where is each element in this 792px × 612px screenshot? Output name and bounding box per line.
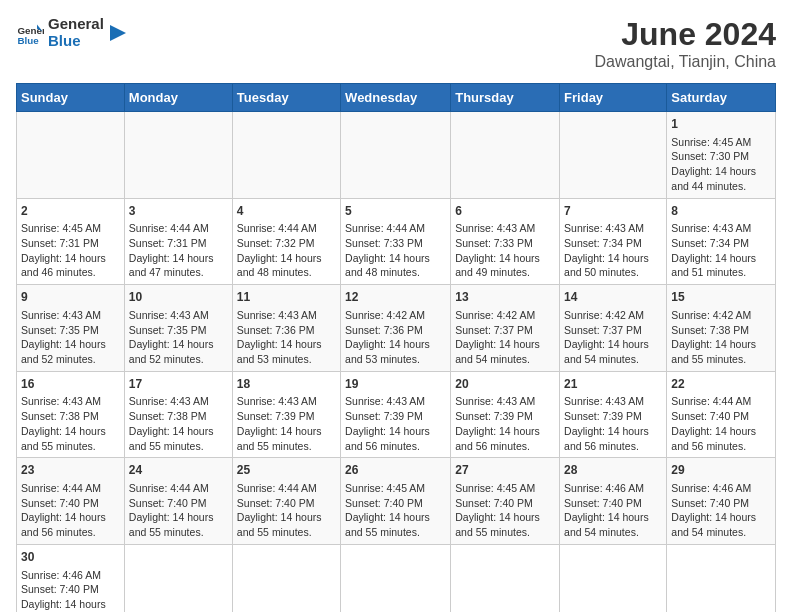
day-cell <box>124 544 232 612</box>
day-cell: 21Sunrise: 4:43 AM Sunset: 7:39 PM Dayli… <box>560 371 667 458</box>
day-info: Sunrise: 4:45 AM Sunset: 7:40 PM Dayligh… <box>345 481 446 540</box>
day-cell: 12Sunrise: 4:42 AM Sunset: 7:36 PM Dayli… <box>341 285 451 372</box>
day-cell: 13Sunrise: 4:42 AM Sunset: 7:37 PM Dayli… <box>451 285 560 372</box>
day-cell <box>560 544 667 612</box>
day-info: Sunrise: 4:43 AM Sunset: 7:34 PM Dayligh… <box>564 221 662 280</box>
day-number: 9 <box>21 289 120 306</box>
day-number: 26 <box>345 462 446 479</box>
day-cell <box>451 544 560 612</box>
day-info: Sunrise: 4:43 AM Sunset: 7:34 PM Dayligh… <box>671 221 771 280</box>
day-number: 1 <box>671 116 771 133</box>
day-info: Sunrise: 4:43 AM Sunset: 7:39 PM Dayligh… <box>455 394 555 453</box>
day-number: 14 <box>564 289 662 306</box>
day-info: Sunrise: 4:43 AM Sunset: 7:35 PM Dayligh… <box>21 308 120 367</box>
week-row-4: 16Sunrise: 4:43 AM Sunset: 7:38 PM Dayli… <box>17 371 776 458</box>
day-number: 7 <box>564 203 662 220</box>
col-header-saturday: Saturday <box>667 84 776 112</box>
day-cell: 29Sunrise: 4:46 AM Sunset: 7:40 PM Dayli… <box>667 458 776 545</box>
day-info: Sunrise: 4:46 AM Sunset: 7:40 PM Dayligh… <box>671 481 771 540</box>
day-number: 23 <box>21 462 120 479</box>
day-cell: 16Sunrise: 4:43 AM Sunset: 7:38 PM Dayli… <box>17 371 125 458</box>
day-info: Sunrise: 4:45 AM Sunset: 7:40 PM Dayligh… <box>455 481 555 540</box>
day-number: 24 <box>129 462 228 479</box>
day-number: 20 <box>455 376 555 393</box>
svg-marker-3 <box>110 25 126 41</box>
day-info: Sunrise: 4:44 AM Sunset: 7:40 PM Dayligh… <box>671 394 771 453</box>
calendar-table: SundayMondayTuesdayWednesdayThursdayFrid… <box>16 83 776 612</box>
day-cell <box>124 112 232 199</box>
day-info: Sunrise: 4:43 AM Sunset: 7:39 PM Dayligh… <box>345 394 446 453</box>
day-info: Sunrise: 4:43 AM Sunset: 7:33 PM Dayligh… <box>455 221 555 280</box>
day-info: Sunrise: 4:45 AM Sunset: 7:31 PM Dayligh… <box>21 221 120 280</box>
day-info: Sunrise: 4:46 AM Sunset: 7:40 PM Dayligh… <box>21 568 120 612</box>
day-number: 25 <box>237 462 336 479</box>
header-row: SundayMondayTuesdayWednesdayThursdayFrid… <box>17 84 776 112</box>
day-number: 17 <box>129 376 228 393</box>
day-number: 15 <box>671 289 771 306</box>
logo-icon: General Blue <box>16 19 44 47</box>
day-cell: 1Sunrise: 4:45 AM Sunset: 7:30 PM Daylig… <box>667 112 776 199</box>
logo-general: General <box>48 16 104 33</box>
day-cell: 3Sunrise: 4:44 AM Sunset: 7:31 PM Daylig… <box>124 198 232 285</box>
day-number: 29 <box>671 462 771 479</box>
day-cell: 26Sunrise: 4:45 AM Sunset: 7:40 PM Dayli… <box>341 458 451 545</box>
day-cell <box>667 544 776 612</box>
svg-text:Blue: Blue <box>17 35 39 46</box>
day-cell <box>232 112 340 199</box>
day-number: 16 <box>21 376 120 393</box>
day-info: Sunrise: 4:44 AM Sunset: 7:40 PM Dayligh… <box>21 481 120 540</box>
day-cell: 4Sunrise: 4:44 AM Sunset: 7:32 PM Daylig… <box>232 198 340 285</box>
day-cell: 30Sunrise: 4:46 AM Sunset: 7:40 PM Dayli… <box>17 544 125 612</box>
logo: General Blue General Blue <box>16 16 128 49</box>
col-header-friday: Friday <box>560 84 667 112</box>
day-info: Sunrise: 4:43 AM Sunset: 7:39 PM Dayligh… <box>237 394 336 453</box>
day-cell: 18Sunrise: 4:43 AM Sunset: 7:39 PM Dayli… <box>232 371 340 458</box>
day-number: 4 <box>237 203 336 220</box>
day-number: 30 <box>21 549 120 566</box>
day-cell <box>17 112 125 199</box>
day-info: Sunrise: 4:46 AM Sunset: 7:40 PM Dayligh… <box>564 481 662 540</box>
day-info: Sunrise: 4:45 AM Sunset: 7:30 PM Dayligh… <box>671 135 771 194</box>
col-header-monday: Monday <box>124 84 232 112</box>
logo-flag-icon <box>108 23 128 43</box>
day-info: Sunrise: 4:42 AM Sunset: 7:36 PM Dayligh… <box>345 308 446 367</box>
day-number: 8 <box>671 203 771 220</box>
day-cell <box>232 544 340 612</box>
day-number: 19 <box>345 376 446 393</box>
day-cell: 11Sunrise: 4:43 AM Sunset: 7:36 PM Dayli… <box>232 285 340 372</box>
day-cell: 8Sunrise: 4:43 AM Sunset: 7:34 PM Daylig… <box>667 198 776 285</box>
day-number: 28 <box>564 462 662 479</box>
day-info: Sunrise: 4:43 AM Sunset: 7:35 PM Dayligh… <box>129 308 228 367</box>
col-header-thursday: Thursday <box>451 84 560 112</box>
day-cell <box>451 112 560 199</box>
day-number: 5 <box>345 203 446 220</box>
day-info: Sunrise: 4:44 AM Sunset: 7:32 PM Dayligh… <box>237 221 336 280</box>
day-cell <box>341 112 451 199</box>
day-info: Sunrise: 4:44 AM Sunset: 7:40 PM Dayligh… <box>129 481 228 540</box>
week-row-3: 9Sunrise: 4:43 AM Sunset: 7:35 PM Daylig… <box>17 285 776 372</box>
week-row-1: 1Sunrise: 4:45 AM Sunset: 7:30 PM Daylig… <box>17 112 776 199</box>
day-cell: 20Sunrise: 4:43 AM Sunset: 7:39 PM Dayli… <box>451 371 560 458</box>
calendar-subtitle: Dawangtai, Tianjin, China <box>595 53 776 71</box>
day-number: 3 <box>129 203 228 220</box>
logo-blue: Blue <box>48 33 104 50</box>
day-cell: 7Sunrise: 4:43 AM Sunset: 7:34 PM Daylig… <box>560 198 667 285</box>
day-number: 21 <box>564 376 662 393</box>
day-cell: 23Sunrise: 4:44 AM Sunset: 7:40 PM Dayli… <box>17 458 125 545</box>
day-cell: 15Sunrise: 4:42 AM Sunset: 7:38 PM Dayli… <box>667 285 776 372</box>
day-cell: 17Sunrise: 4:43 AM Sunset: 7:38 PM Dayli… <box>124 371 232 458</box>
day-number: 18 <box>237 376 336 393</box>
col-header-sunday: Sunday <box>17 84 125 112</box>
header: General Blue General Blue June 2024 Dawa… <box>16 16 776 71</box>
day-cell: 5Sunrise: 4:44 AM Sunset: 7:33 PM Daylig… <box>341 198 451 285</box>
day-number: 12 <box>345 289 446 306</box>
day-cell: 24Sunrise: 4:44 AM Sunset: 7:40 PM Dayli… <box>124 458 232 545</box>
day-cell: 2Sunrise: 4:45 AM Sunset: 7:31 PM Daylig… <box>17 198 125 285</box>
day-number: 6 <box>455 203 555 220</box>
day-cell: 25Sunrise: 4:44 AM Sunset: 7:40 PM Dayli… <box>232 458 340 545</box>
day-cell <box>341 544 451 612</box>
day-info: Sunrise: 4:44 AM Sunset: 7:31 PM Dayligh… <box>129 221 228 280</box>
col-header-tuesday: Tuesday <box>232 84 340 112</box>
day-number: 27 <box>455 462 555 479</box>
day-cell: 14Sunrise: 4:42 AM Sunset: 7:37 PM Dayli… <box>560 285 667 372</box>
